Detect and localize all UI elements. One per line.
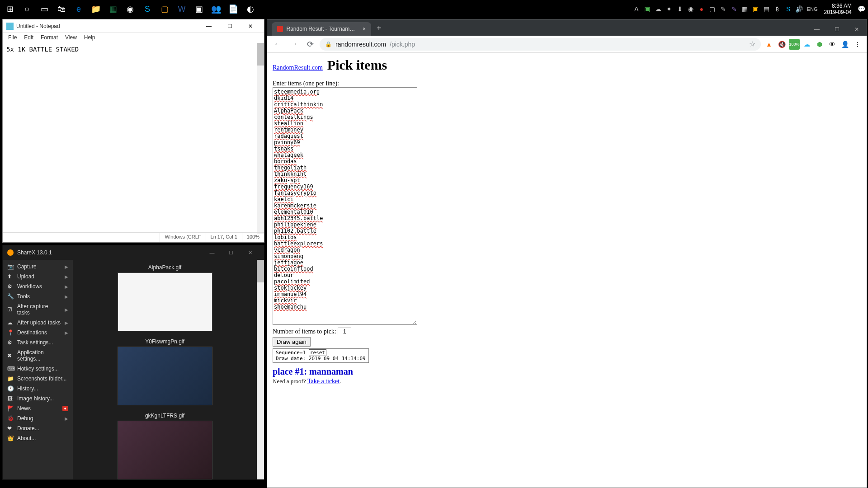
items-textarea[interactable]: steemmedia.orgdkid14criticalthinkinAlpha… (273, 87, 417, 325)
sidebar-item-news[interactable]: 🚩News● (3, 404, 73, 413)
close-button[interactable]: ✕ (241, 246, 259, 259)
sidebar-item-destinations[interactable]: 📍Destinations▶ (3, 328, 73, 338)
tray-icon[interactable]: ⬇ (675, 4, 685, 14)
extension-icon[interactable]: ☁ (802, 39, 812, 50)
notepad-editor[interactable]: 5x 1K BATTLE STAKED (3, 43, 264, 234)
tray-icon[interactable]: ₿ (773, 4, 783, 14)
extension-icon[interactable]: 👁 (827, 39, 838, 50)
menu-icon[interactable]: ⋮ (852, 39, 863, 50)
extension-icon[interactable]: 100% (789, 39, 800, 50)
reload-button[interactable]: ⟳ (303, 38, 317, 51)
menu-file[interactable]: File (5, 33, 19, 43)
tray-icon[interactable]: ▦ (740, 4, 750, 14)
new-tab-button[interactable]: + (371, 21, 387, 36)
clock[interactable]: 8:36 AM 2019-09-04 (821, 3, 855, 16)
sidebar-item-after-capture-tasks[interactable]: ☑After capture tasks▶ (3, 301, 73, 318)
teams-icon[interactable]: 👥 (208, 1, 224, 17)
close-button[interactable]: ✕ (241, 20, 260, 33)
cortana-icon[interactable]: ○ (19, 1, 35, 17)
taskview-icon[interactable]: ▭ (36, 1, 52, 17)
sidebar-item-after-upload-tasks[interactable]: ☁After upload tasks▶ (3, 318, 73, 328)
sidebar-item-task-settings-[interactable]: ⚙Task settings... (3, 338, 73, 347)
notepad-titlebar[interactable]: Untitled - Notepad — ☐ ✕ (3, 19, 264, 33)
sidebar-item-hotkey-settings-[interactable]: ⌨Hotkey settings... (3, 364, 73, 374)
app2-icon[interactable]: ◐ (242, 1, 259, 17)
sidebar-item-upload[interactable]: ⬆Upload▶ (3, 272, 73, 282)
volume-icon[interactable]: 🔊 (794, 4, 804, 14)
menu-help[interactable]: Help (81, 33, 98, 43)
profile-icon[interactable]: 👤 (840, 39, 850, 50)
sidebar-item-workflows[interactable]: ⚙Workflows▶ (3, 282, 73, 291)
chrome-icon[interactable]: ◉ (122, 1, 138, 17)
menu-format[interactable]: Format (38, 33, 61, 43)
back-button[interactable]: ← (271, 38, 284, 51)
maximize-button[interactable]: ☐ (220, 20, 240, 33)
tray-icon[interactable]: ◉ (686, 4, 696, 14)
site-home-link[interactable]: RandomResult.com (273, 64, 323, 71)
take-ticket-link[interactable]: Take a ticket (307, 378, 340, 385)
bookmark-star-icon[interactable]: ☆ (749, 40, 755, 48)
tray-icon[interactable]: ▣ (642, 4, 652, 14)
tray-icon[interactable]: ✎ (718, 4, 728, 14)
sidebar-item-image-history-[interactable]: 🖼Image history... (3, 394, 73, 404)
sidebar-item-history-[interactable]: 🕐History... (3, 384, 73, 394)
extension-icon[interactable]: 🔇 (776, 39, 787, 50)
sidebar-item-screenshots-folder-[interactable]: 📁Screenshots folder... (3, 374, 73, 384)
close-button[interactable]: ✕ (847, 23, 867, 36)
sidebar-item-application-settings-[interactable]: ✖Application settings... (3, 347, 73, 364)
maximize-button[interactable]: ☐ (827, 23, 847, 36)
browser-tab[interactable]: Random Result - Tournament dr × (272, 22, 371, 36)
thumbnail[interactable] (118, 272, 212, 331)
word-icon[interactable]: W (174, 1, 190, 17)
menu-view[interactable]: View (62, 33, 80, 43)
draw-again-button[interactable]: Draw again (273, 337, 311, 347)
extension-icon[interactable]: ▲ (764, 39, 774, 50)
store-icon[interactable]: 🛍 (53, 1, 70, 17)
scrollbar[interactable] (257, 260, 264, 479)
tray-icon[interactable]: ▣ (751, 4, 761, 14)
tray-icon[interactable]: ✎ (729, 4, 739, 14)
thumbnail[interactable] (118, 421, 212, 479)
thumbnail[interactable] (118, 347, 212, 405)
extension-icon[interactable]: ⬢ (814, 39, 825, 50)
tray-icon[interactable]: ● (697, 4, 707, 14)
maximize-button[interactable]: ☐ (222, 246, 241, 259)
gallery-item[interactable]: gkKgnLTFRS.gif (76, 411, 253, 479)
sidebar-item-capture[interactable]: 📷Capture▶ (3, 262, 73, 272)
reset-link[interactable]: reset (309, 349, 326, 356)
sharex-titlebar[interactable]: ShareX 13.0.1 — ☐ ✕ (3, 245, 264, 260)
app-icon[interactable]: ▣ (191, 1, 207, 17)
notepad-icon[interactable]: 📄 (225, 1, 241, 17)
minimize-button[interactable]: — (807, 23, 827, 36)
skype-icon[interactable]: S (139, 1, 156, 17)
excel-icon[interactable]: ▦ (105, 1, 121, 17)
minimize-button[interactable]: — (203, 246, 222, 259)
explorer-icon[interactable]: 📁 (88, 1, 104, 17)
tray-icon[interactable]: ▢ (708, 4, 717, 14)
lang-indicator[interactable]: ENG (805, 4, 820, 14)
pick-count-input[interactable] (338, 328, 351, 335)
minimize-button[interactable]: — (199, 20, 219, 33)
sidebar-item-tools[interactable]: 🔧Tools▶ (3, 291, 73, 301)
forward-button[interactable]: → (287, 38, 301, 51)
tray-icon[interactable]: ✦ (664, 4, 674, 14)
skype-tray-icon[interactable]: S (783, 4, 793, 14)
tab-close-icon[interactable]: × (363, 26, 366, 32)
tray-icon[interactable]: ☁ (653, 4, 663, 14)
sidebar-item-about-[interactable]: 👑About... (3, 433, 73, 443)
gallery-item[interactable]: Y0FiswmgPn.gif (76, 337, 253, 405)
outlook-icon[interactable]: ▢ (156, 1, 173, 17)
status-position: Ln 17, Col 1 (206, 233, 242, 242)
menu-edit[interactable]: Edit (21, 33, 36, 43)
tray-icon[interactable]: ▤ (762, 4, 772, 14)
gallery-item[interactable]: AlphaPack.gif (76, 263, 253, 331)
sidebar-item-donate-[interactable]: ❤Donate... (3, 423, 73, 433)
start-icon[interactable]: ⊞ (2, 1, 18, 17)
tray-icon[interactable]: ᐱ (632, 4, 642, 14)
sidebar-item-debug[interactable]: 🐞Debug▶ (3, 413, 73, 423)
edge-icon[interactable]: e (71, 1, 87, 17)
address-bar[interactable]: 🔒 randomresult.com/pick.php ☆ (320, 38, 761, 51)
scrollbar[interactable] (257, 43, 264, 234)
notifications-icon[interactable]: 💬 (856, 4, 866, 14)
sequence-box: Sequence=1 reset Draw date: 2019-09-04 1… (273, 348, 369, 363)
